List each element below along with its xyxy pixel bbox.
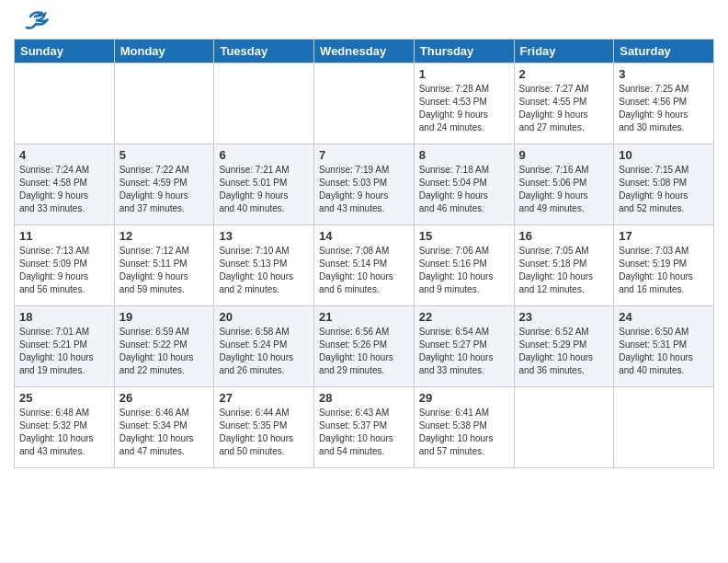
weekday-header-wednesday: Wednesday bbox=[314, 40, 415, 63]
calendar-cell: 9Sunrise: 7:16 AM Sunset: 5:06 PM Daylig… bbox=[514, 144, 614, 225]
day-info: Sunrise: 6:44 AM Sunset: 5:35 PM Dayligh… bbox=[219, 407, 309, 458]
day-info: Sunrise: 6:52 AM Sunset: 5:29 PM Dayligh… bbox=[519, 326, 609, 377]
day-info: Sunrise: 7:19 AM Sunset: 5:03 PM Dayligh… bbox=[319, 164, 409, 215]
day-info: Sunrise: 7:27 AM Sunset: 4:55 PM Dayligh… bbox=[519, 83, 609, 134]
calendar-cell: 25Sunrise: 6:48 AM Sunset: 5:32 PM Dayli… bbox=[15, 387, 115, 468]
calendar-cell: 20Sunrise: 6:58 AM Sunset: 5:24 PM Dayli… bbox=[214, 306, 314, 387]
day-number: 12 bbox=[119, 229, 210, 243]
day-number: 1 bbox=[419, 67, 509, 81]
weekday-header-tuesday: Tuesday bbox=[214, 40, 314, 63]
calendar-cell: 16Sunrise: 7:05 AM Sunset: 5:18 PM Dayli… bbox=[514, 225, 614, 306]
day-number: 16 bbox=[519, 229, 609, 243]
day-number: 5 bbox=[119, 148, 210, 162]
day-number: 28 bbox=[319, 391, 409, 405]
day-number: 7 bbox=[319, 148, 409, 162]
day-info: Sunrise: 6:56 AM Sunset: 5:26 PM Dayligh… bbox=[319, 326, 409, 377]
day-info: Sunrise: 7:08 AM Sunset: 5:14 PM Dayligh… bbox=[319, 245, 409, 296]
day-number: 25 bbox=[19, 391, 109, 405]
day-info: Sunrise: 7:21 AM Sunset: 5:01 PM Dayligh… bbox=[219, 164, 309, 215]
weekday-header-thursday: Thursday bbox=[414, 40, 514, 63]
calendar-week-row: 25Sunrise: 6:48 AM Sunset: 5:32 PM Dayli… bbox=[15, 387, 714, 468]
calendar-cell: 4Sunrise: 7:24 AM Sunset: 4:58 PM Daylig… bbox=[15, 144, 115, 225]
day-number: 21 bbox=[319, 310, 409, 324]
calendar-cell: 2Sunrise: 7:27 AM Sunset: 4:55 PM Daylig… bbox=[514, 63, 614, 144]
calendar-cell bbox=[114, 63, 214, 144]
day-number: 20 bbox=[219, 310, 309, 324]
weekday-header-saturday: Saturday bbox=[614, 40, 714, 63]
day-info: Sunrise: 7:06 AM Sunset: 5:16 PM Dayligh… bbox=[419, 245, 509, 296]
calendar-cell: 27Sunrise: 6:44 AM Sunset: 5:35 PM Dayli… bbox=[214, 387, 314, 468]
calendar-week-row: 18Sunrise: 7:01 AM Sunset: 5:21 PM Dayli… bbox=[15, 306, 714, 387]
day-info: Sunrise: 7:16 AM Sunset: 5:06 PM Dayligh… bbox=[519, 164, 609, 215]
calendar-header-row: SundayMondayTuesdayWednesdayThursdayFrid… bbox=[15, 40, 714, 63]
weekday-header-monday: Monday bbox=[114, 40, 214, 63]
calendar-cell: 13Sunrise: 7:10 AM Sunset: 5:13 PM Dayli… bbox=[214, 225, 314, 306]
day-info: Sunrise: 6:50 AM Sunset: 5:31 PM Dayligh… bbox=[619, 326, 709, 377]
day-number: 29 bbox=[419, 391, 509, 405]
day-number: 24 bbox=[619, 310, 709, 324]
calendar-cell: 18Sunrise: 7:01 AM Sunset: 5:21 PM Dayli… bbox=[15, 306, 115, 387]
calendar-week-row: 1Sunrise: 7:28 AM Sunset: 4:53 PM Daylig… bbox=[15, 63, 714, 144]
day-info: Sunrise: 7:24 AM Sunset: 4:58 PM Dayligh… bbox=[19, 164, 109, 215]
calendar-cell: 12Sunrise: 7:12 AM Sunset: 5:11 PM Dayli… bbox=[114, 225, 214, 306]
header bbox=[14, 9, 714, 31]
day-number: 6 bbox=[219, 148, 309, 162]
day-number: 27 bbox=[219, 391, 309, 405]
day-info: Sunrise: 6:41 AM Sunset: 5:38 PM Dayligh… bbox=[419, 407, 509, 458]
day-info: Sunrise: 7:28 AM Sunset: 4:53 PM Dayligh… bbox=[419, 83, 509, 134]
calendar-week-row: 11Sunrise: 7:13 AM Sunset: 5:09 PM Dayli… bbox=[15, 225, 714, 306]
calendar-cell: 17Sunrise: 7:03 AM Sunset: 5:19 PM Dayli… bbox=[614, 225, 714, 306]
calendar-cell: 22Sunrise: 6:54 AM Sunset: 5:27 PM Dayli… bbox=[414, 306, 514, 387]
calendar-cell bbox=[514, 387, 614, 468]
day-info: Sunrise: 6:48 AM Sunset: 5:32 PM Dayligh… bbox=[19, 407, 109, 458]
day-number: 17 bbox=[619, 229, 709, 243]
logo-bird-icon bbox=[14, 9, 49, 35]
day-number: 2 bbox=[519, 67, 609, 81]
day-number: 19 bbox=[119, 310, 210, 324]
calendar-cell: 5Sunrise: 7:22 AM Sunset: 4:59 PM Daylig… bbox=[114, 144, 214, 225]
day-number: 3 bbox=[619, 67, 709, 81]
calendar-table: SundayMondayTuesdayWednesdayThursdayFrid… bbox=[14, 39, 714, 468]
calendar-cell: 24Sunrise: 6:50 AM Sunset: 5:31 PM Dayli… bbox=[614, 306, 714, 387]
day-number: 11 bbox=[19, 229, 109, 243]
day-info: Sunrise: 6:58 AM Sunset: 5:24 PM Dayligh… bbox=[219, 326, 309, 377]
day-number: 4 bbox=[19, 148, 109, 162]
day-info: Sunrise: 7:05 AM Sunset: 5:18 PM Dayligh… bbox=[519, 245, 609, 296]
day-number: 8 bbox=[419, 148, 509, 162]
day-info: Sunrise: 7:12 AM Sunset: 5:11 PM Dayligh… bbox=[119, 245, 210, 296]
day-info: Sunrise: 7:22 AM Sunset: 4:59 PM Dayligh… bbox=[119, 164, 210, 215]
calendar-cell: 26Sunrise: 6:46 AM Sunset: 5:34 PM Dayli… bbox=[114, 387, 214, 468]
calendar-cell: 8Sunrise: 7:18 AM Sunset: 5:04 PM Daylig… bbox=[414, 144, 514, 225]
day-number: 10 bbox=[619, 148, 709, 162]
calendar-cell: 3Sunrise: 7:25 AM Sunset: 4:56 PM Daylig… bbox=[614, 63, 714, 144]
day-number: 9 bbox=[519, 148, 609, 162]
day-info: Sunrise: 6:59 AM Sunset: 5:22 PM Dayligh… bbox=[119, 326, 210, 377]
page-container: SundayMondayTuesdayWednesdayThursdayFrid… bbox=[0, 0, 728, 473]
weekday-header-sunday: Sunday bbox=[15, 40, 115, 63]
day-info: Sunrise: 6:43 AM Sunset: 5:37 PM Dayligh… bbox=[319, 407, 409, 458]
calendar-cell: 28Sunrise: 6:43 AM Sunset: 5:37 PM Dayli… bbox=[314, 387, 415, 468]
day-number: 26 bbox=[119, 391, 210, 405]
calendar-cell: 14Sunrise: 7:08 AM Sunset: 5:14 PM Dayli… bbox=[314, 225, 415, 306]
day-info: Sunrise: 6:54 AM Sunset: 5:27 PM Dayligh… bbox=[419, 326, 509, 377]
calendar-cell: 15Sunrise: 7:06 AM Sunset: 5:16 PM Dayli… bbox=[414, 225, 514, 306]
day-info: Sunrise: 7:25 AM Sunset: 4:56 PM Dayligh… bbox=[619, 83, 709, 134]
calendar-cell: 21Sunrise: 6:56 AM Sunset: 5:26 PM Dayli… bbox=[314, 306, 415, 387]
day-info: Sunrise: 7:03 AM Sunset: 5:19 PM Dayligh… bbox=[619, 245, 709, 296]
day-info: Sunrise: 7:10 AM Sunset: 5:13 PM Dayligh… bbox=[219, 245, 309, 296]
day-number: 23 bbox=[519, 310, 609, 324]
calendar-cell: 7Sunrise: 7:19 AM Sunset: 5:03 PM Daylig… bbox=[314, 144, 415, 225]
calendar-cell: 23Sunrise: 6:52 AM Sunset: 5:29 PM Dayli… bbox=[514, 306, 614, 387]
calendar-cell bbox=[614, 387, 714, 468]
calendar-cell: 29Sunrise: 6:41 AM Sunset: 5:38 PM Dayli… bbox=[414, 387, 514, 468]
day-number: 18 bbox=[19, 310, 109, 324]
day-number: 15 bbox=[419, 229, 509, 243]
calendar-cell: 6Sunrise: 7:21 AM Sunset: 5:01 PM Daylig… bbox=[214, 144, 314, 225]
day-info: Sunrise: 7:15 AM Sunset: 5:08 PM Dayligh… bbox=[619, 164, 709, 215]
calendar-cell: 11Sunrise: 7:13 AM Sunset: 5:09 PM Dayli… bbox=[15, 225, 115, 306]
day-number: 13 bbox=[219, 229, 309, 243]
weekday-header-friday: Friday bbox=[514, 40, 614, 63]
day-info: Sunrise: 7:13 AM Sunset: 5:09 PM Dayligh… bbox=[19, 245, 109, 296]
calendar-cell bbox=[15, 63, 115, 144]
calendar-week-row: 4Sunrise: 7:24 AM Sunset: 4:58 PM Daylig… bbox=[15, 144, 714, 225]
